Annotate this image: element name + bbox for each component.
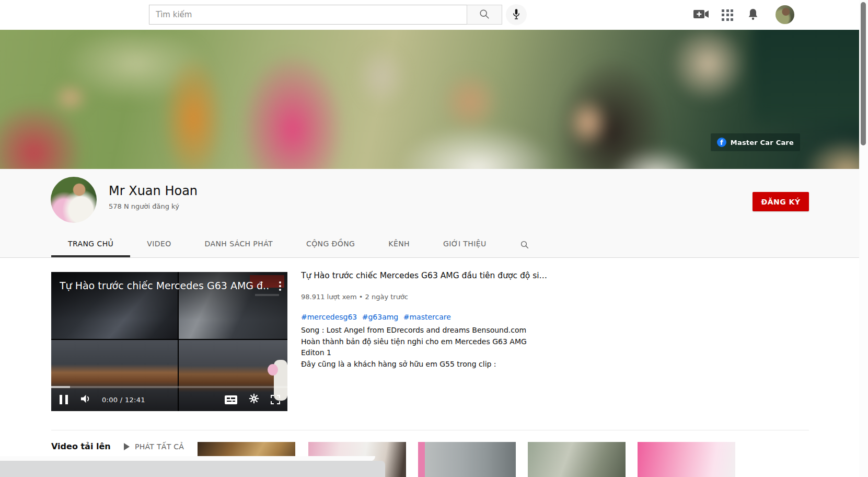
youtube-channel-page: f Master Car Care Mr Xuan Hoan 578 N ngư… [0,0,868,477]
voice-search-button[interactable] [506,4,527,25]
channel-name: Mr Xuan Hoan [109,184,198,198]
apps-grid-icon [722,9,733,21]
settings-button[interactable] [249,393,259,406]
facebook-icon: f [717,138,726,147]
gear-icon [249,393,259,406]
section-divider [51,430,809,430]
search-icon [479,8,490,21]
apps-button[interactable] [717,0,738,30]
banner-watermark: f Master Car Care [711,133,800,151]
volume-button[interactable] [79,393,92,406]
play-all-label: PHÁT TẤT CẢ [135,442,184,451]
create-video-button[interactable] [691,0,712,30]
bottom-overlay [0,461,385,477]
play-icon [124,443,130,450]
description-line: Đây cũng là a khách hàng sở hữu em G55 t… [301,359,527,370]
video-player[interactable]: Tự Hào trước chiếc Mercedes G63 AMG đ...… [51,272,287,411]
shelf-thumbnail[interactable] [638,442,735,477]
tab-channels[interactable]: KÊNH [372,232,426,257]
video-description: Song : Lost Angel from EDrecords and dre… [301,325,527,370]
player-controls: 0:00 / 12:41 [51,388,287,411]
channel-search-icon[interactable] [503,232,546,257]
speaker-icon [79,393,92,406]
channel-avatar[interactable] [51,177,97,223]
subtitles-button[interactable] [225,395,237,404]
microphone-icon [512,8,521,22]
tab-community[interactable]: CỘNG ĐỒNG [290,232,372,257]
channel-tabs: TRANG CHỦ VIDEO DANH SÁCH PHÁT CỘNG ĐỒNG… [51,232,546,257]
description-line: Song : Lost Angel from EDrecords and dre… [301,325,527,336]
create-video-icon [693,8,709,21]
description-line: Hoàn thành bản độ siêu tiện nghi cho em … [301,336,527,348]
account-avatar[interactable] [776,5,794,24]
play-all-button[interactable]: PHÁT TẤT CẢ [124,442,184,451]
search-input[interactable] [149,5,467,25]
page-scrollbar[interactable] [859,0,868,477]
video-hashtags: #mercedesg63 #g63amg #mastercare [301,313,454,321]
tab-videos[interactable]: VIDEO [130,232,188,257]
top-navigation-bar [0,0,868,30]
tab-about[interactable]: GIỚI THIỆU [426,232,503,257]
fullscreen-button[interactable] [271,395,280,404]
bell-icon [747,8,759,22]
tab-playlists[interactable]: DANH SÁCH PHÁT [188,232,290,257]
video-meta: 98.911 lượt xem • 2 ngày trước [301,293,408,301]
hashtag-link[interactable]: #mastercare [403,313,451,321]
tab-home[interactable]: TRANG CHỦ [51,232,130,257]
channel-header: Mr Xuan Hoan 578 N người đăng ký ĐĂNG KÝ… [0,169,868,258]
hashtag-link[interactable]: #g63amg [362,313,399,321]
search-button[interactable] [467,5,502,25]
description-line: Editon 1 [301,347,527,359]
player-title-gradient [51,272,287,320]
uploads-section-title: Video tải lên [51,441,111,451]
subscriber-count: 578 N người đăng ký [109,202,179,210]
subscribe-button[interactable]: ĐĂNG KÝ [753,192,809,211]
shelf-thumbnail[interactable] [418,442,516,477]
scrollbar-thumb[interactable] [861,2,866,145]
channel-banner: f Master Car Care [0,30,868,169]
shelf-thumbnail[interactable] [528,442,626,477]
time-display: 0:00 / 12:41 [102,396,145,404]
video-title-link[interactable]: Tự Hào trước chiếc Mercedes G63 AMG đầu … [301,271,547,280]
player-more-options-icon[interactable] [278,280,282,292]
pause-button[interactable] [59,394,69,405]
notifications-button[interactable] [743,0,763,30]
hashtag-link[interactable]: #mercedesg63 [301,313,357,321]
watermark-text: Master Car Care [731,139,794,146]
player-overlay-title[interactable]: Tự Hào trước chiếc Mercedes G63 AMG đ... [60,280,270,291]
